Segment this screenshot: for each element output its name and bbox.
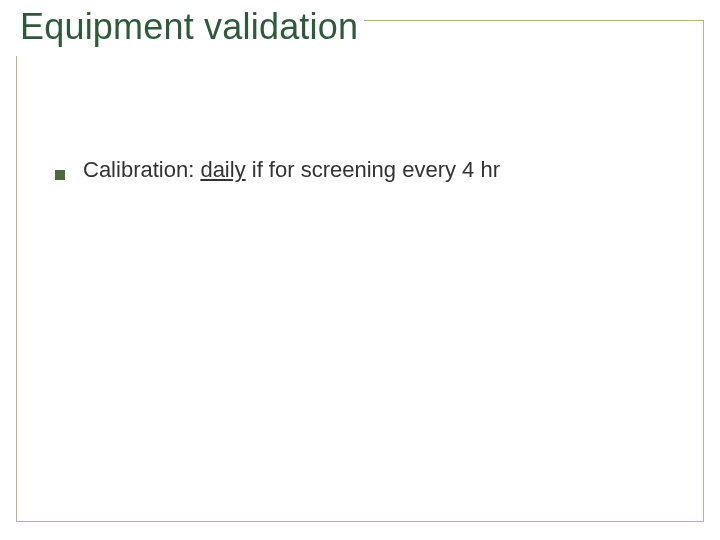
slide: Equipment validation Calibration: daily … xyxy=(0,0,720,540)
slide-frame xyxy=(16,20,704,522)
title-container: Equipment validation xyxy=(14,6,364,56)
bullet-label: Calibration: xyxy=(83,157,200,182)
bullet-underlined: daily xyxy=(200,157,245,182)
content-area: Calibration: daily if for screening ever… xyxy=(55,156,655,185)
bullet-rest: if for screening every 4 hr xyxy=(246,157,500,182)
bullet-text: Calibration: daily if for screening ever… xyxy=(83,156,500,185)
slide-title: Equipment validation xyxy=(20,6,358,48)
square-bullet-icon xyxy=(55,170,65,180)
list-item: Calibration: daily if for screening ever… xyxy=(55,156,655,185)
